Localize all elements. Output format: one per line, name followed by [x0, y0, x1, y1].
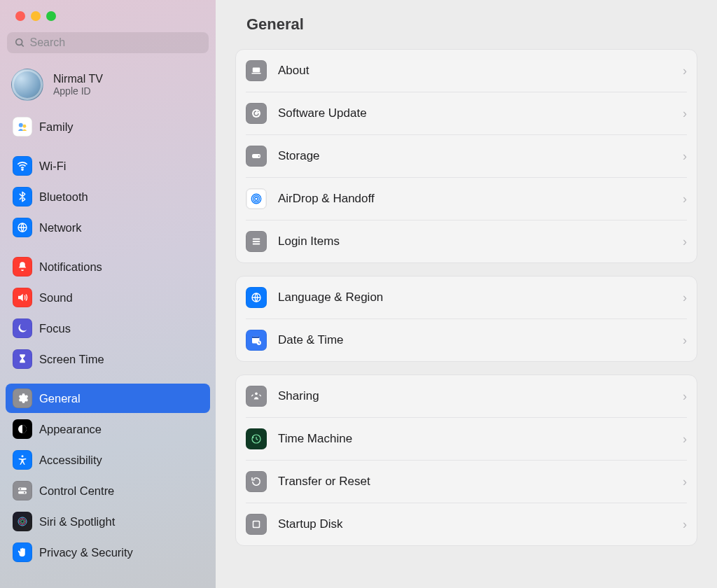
svg-point-11	[24, 491, 25, 493]
chevron-right-icon: ›	[683, 192, 687, 206]
sidebar-item-label: Network	[39, 221, 82, 234]
search-field[interactable]	[7, 32, 209, 53]
row-airdrop[interactable]: AirDrop & Handoff ›	[246, 177, 687, 220]
toggles-icon	[13, 481, 32, 500]
sidebar-item-network[interactable]: Network	[6, 213, 210, 242]
svg-point-0	[16, 39, 22, 46]
sidebar-item-label: Privacy & Security	[39, 546, 133, 559]
window-controls	[6, 8, 210, 29]
chevron-right-icon: ›	[683, 106, 687, 121]
minimize-window-button[interactable]	[31, 11, 41, 21]
chevron-right-icon: ›	[683, 475, 687, 489]
chevron-right-icon: ›	[683, 389, 687, 404]
laptop-icon	[246, 60, 267, 81]
row-timemachine[interactable]: Time Machine ›	[246, 417, 687, 460]
svg-rect-28	[252, 337, 260, 338]
sidebar-item-focus[interactable]: Focus	[6, 314, 210, 343]
svg-rect-15	[253, 68, 260, 73]
sidebar: Nirmal TV Apple ID Family Wi-Fi Bluetoot…	[0, 0, 216, 588]
gear-refresh-icon	[246, 103, 267, 124]
sidebar-item-privacy[interactable]: Privacy & Security	[6, 538, 210, 567]
row-label: Sharing	[278, 389, 671, 403]
svg-rect-9	[18, 491, 27, 494]
sidebar-item-label: Accessibility	[39, 454, 102, 467]
reset-icon	[246, 471, 267, 492]
account-name: Nirmal TV	[53, 73, 103, 85]
sidebar-item-label: Siri & Spotlight	[39, 515, 115, 528]
row-login-items[interactable]: Login Items ›	[246, 220, 687, 262]
close-window-button[interactable]	[15, 11, 25, 21]
row-label: Transfer or Reset	[278, 475, 671, 489]
disk-icon	[246, 514, 267, 535]
row-label: Time Machine	[278, 432, 671, 446]
row-datetime[interactable]: Date & Time ›	[246, 318, 687, 361]
row-sharing[interactable]: Sharing ›	[246, 375, 687, 417]
svg-point-2	[19, 123, 23, 127]
svg-point-4	[22, 169, 23, 170]
sidebar-item-label: General	[39, 392, 81, 405]
bluetooth-icon	[13, 187, 32, 206]
sidebar-item-label: Screen Time	[39, 353, 104, 366]
sidebar-item-label: Appearance	[39, 423, 102, 436]
row-transfer[interactable]: Transfer or Reset ›	[246, 460, 687, 503]
row-label: AirDrop & Handoff	[278, 192, 671, 206]
row-about[interactable]: About ›	[246, 50, 687, 92]
chevron-right-icon: ›	[683, 290, 687, 305]
search-input[interactable]	[29, 36, 202, 49]
sidebar-item-label: Wi-Fi	[39, 160, 66, 173]
svg-point-3	[23, 125, 27, 128]
sidebar-item-accessibility[interactable]: Accessibility	[6, 445, 210, 475]
svg-point-17	[252, 109, 260, 118]
list-icon	[246, 231, 267, 252]
sidebar-item-controlcentre[interactable]: Control Centre	[6, 476, 210, 505]
appearance-icon	[13, 419, 32, 439]
sidebar-item-wifi[interactable]: Wi-Fi	[6, 151, 210, 181]
sidebar-item-label: Focus	[39, 322, 71, 335]
row-label: Storage	[278, 149, 671, 163]
svg-rect-33	[253, 522, 259, 527]
row-startupdisk[interactable]: Startup Disk ›	[246, 503, 687, 545]
apple-id-account-row[interactable]: Nirmal TV Apple ID	[6, 63, 210, 112]
sidebar-item-screentime[interactable]: Screen Time	[6, 344, 210, 374]
chevron-right-icon: ›	[683, 432, 687, 447]
svg-point-20	[255, 197, 258, 201]
row-language[interactable]: Language & Region ›	[246, 276, 687, 318]
sidebar-item-label: Sound	[39, 291, 73, 304]
sidebar-item-general[interactable]: General	[6, 384, 210, 413]
sidebar-item-label: Control Centre	[39, 484, 114, 498]
svg-point-21	[253, 196, 260, 202]
account-sub: Apple ID	[53, 85, 103, 97]
airdrop-icon	[246, 188, 267, 209]
sidebar-item-bluetooth[interactable]: Bluetooth	[6, 182, 210, 211]
svg-rect-23	[253, 239, 260, 240]
row-label: About	[278, 64, 671, 78]
sidebar-item-label: Family	[39, 120, 74, 134]
fullscreen-window-button[interactable]	[46, 11, 56, 21]
svg-point-14	[21, 520, 25, 524]
svg-rect-16	[251, 73, 261, 74]
row-label: Language & Region	[278, 290, 671, 304]
sidebar-item-sound[interactable]: Sound	[6, 283, 210, 312]
sidebar-item-siri[interactable]: Siri & Spotlight	[6, 507, 210, 536]
accessibility-icon	[13, 450, 32, 470]
chevron-right-icon: ›	[683, 64, 687, 78]
settings-group: Language & Region › Date & Time ›	[235, 276, 697, 362]
siri-icon	[13, 512, 32, 531]
sidebar-item-family[interactable]: Family	[6, 112, 210, 141]
calendar-clock-icon	[246, 330, 267, 351]
sidebar-item-notifications[interactable]: Notifications	[6, 252, 210, 281]
network-icon	[13, 218, 32, 237]
settings-group: About › Software Update › Storage › AirD…	[235, 49, 697, 263]
svg-rect-25	[253, 244, 260, 245]
row-storage[interactable]: Storage ›	[246, 134, 687, 177]
svg-rect-24	[253, 241, 260, 242]
moon-icon	[13, 318, 32, 338]
row-label: Startup Disk	[278, 517, 671, 531]
sidebar-item-appearance[interactable]: Appearance	[6, 414, 210, 444]
row-software-update[interactable]: Software Update ›	[246, 92, 687, 134]
hourglass-icon	[13, 349, 32, 369]
speaker-icon	[13, 288, 32, 307]
wifi-icon	[13, 156, 32, 176]
chevron-right-icon: ›	[683, 333, 687, 348]
gear-icon	[13, 388, 32, 408]
